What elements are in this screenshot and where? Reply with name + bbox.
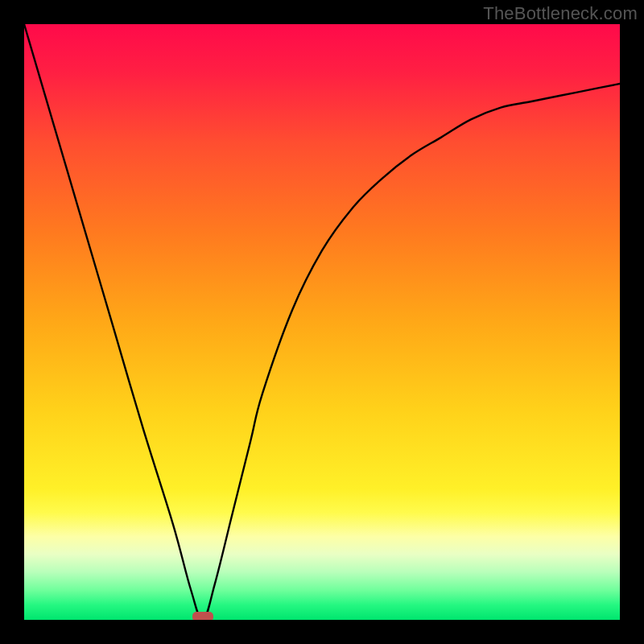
minimum-marker — [192, 612, 213, 620]
watermark-text: TheBottleneck.com — [483, 3, 638, 24]
curve-layer — [24, 24, 620, 620]
bottleneck-curve — [24, 24, 620, 620]
plot-area — [24, 24, 620, 620]
chart-frame: TheBottleneck.com — [0, 0, 644, 644]
